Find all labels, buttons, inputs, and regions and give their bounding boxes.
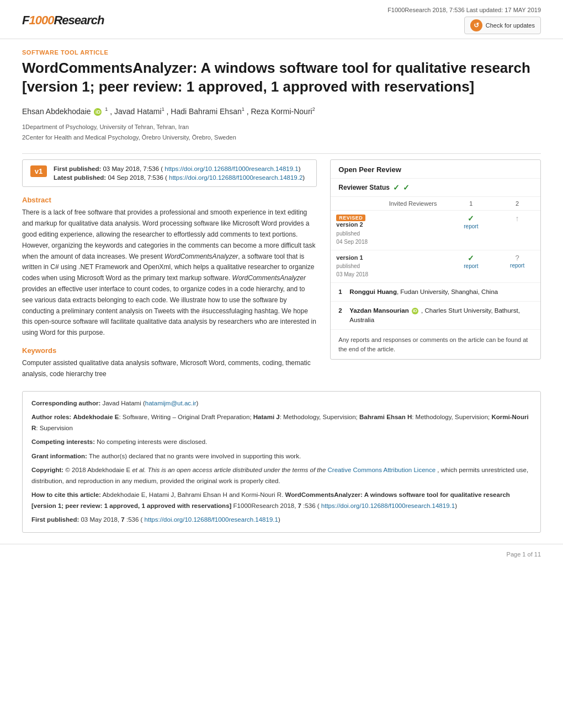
cite-label: How to cite this article: [31,491,101,498]
check-updates-button[interactable]: ↺ Check for updates [464,17,541,34]
two-column-layout: v1 First published: 03 May 2018, 7:536 (… [22,159,541,379]
article-type: SOFTWARE TOOL ARTICLE [22,49,541,56]
author4-sup: 2 [312,106,315,112]
copyright-para: Copyright: © 2018 Abdekhodaie E et al. T… [31,465,532,486]
v1-reviewer2-cell: ? report [494,250,540,282]
grant-text: The author(s) declared that no grants we… [89,453,301,459]
v2-reviewer2-cell: ↑ [494,211,540,250]
content-area: SOFTWARE TOOL ARTICLE WordCommentsAnalyz… [0,49,563,544]
first-published-label: First published: [54,165,101,172]
grant-label: Grant information: [31,453,87,459]
affil2: 2Center for Health and Medical Psycholog… [22,132,541,143]
reviewer-status-row: Reviewer Status ✓ ✓ [331,179,540,197]
journal-info: F1000Research 2018, 7:536 Last updated: … [387,7,541,34]
v1-r2-question: ? [515,254,519,262]
author1-sup: 1 [105,106,108,112]
header: F1000Research F1000Research 2018, 7:536 … [0,0,563,39]
orcid-icon-1: iD [94,108,102,116]
version1-date: published03 May 2018 [336,263,368,277]
pub-dates: First published: 03 May 2018, 7:536 ( ht… [54,165,309,181]
divider [22,153,541,154]
competing-label: Competing interests: [31,438,95,445]
reviewers-header-row: Invited Reviewers 1 2 [331,197,540,211]
first-pub-vol: 7 [121,516,124,523]
journal-citation: F1000Research 2018, 7:536 Last updated: … [387,7,541,13]
first-pub-pages: :536 ( [126,516,142,523]
author2-name: , Javad Hatami [110,107,161,116]
cite-text: Abdekhodaie E, Hatami J, Bahrami Ehsan H… [102,491,285,498]
page-number: Page 1 of 11 [0,544,563,564]
page-num-text: Page 1 of 11 [507,551,541,558]
corresponding-author-para: Corresponding author: Javad Hatami (hata… [31,398,532,409]
reviewer2-number: 2 [338,306,346,315]
keywords-text: Computer assisted qualitative data analy… [22,358,317,380]
keywords-title: Keywords [22,346,317,355]
affil1: 1Department of Psychology, University of… [22,122,541,132]
reviewer2-info: Yazdan Mansourian iD , Charles Sturt Uni… [349,306,533,325]
copyright-year: © 2018 Abdekhodaie E [65,467,130,473]
peer-review-box: Open Peer Review Reviewer Status ✓ ✓ Inv… [330,159,541,360]
v1-r2-report[interactable]: report [510,263,524,269]
reviewer1-affil: , Fudan University, Shanghai, China [397,288,498,295]
reviewer2-name: Yazdan Mansourian [349,307,408,314]
col-header-1: 1 [448,197,494,211]
authors-line: Ehsan Abdekhodaie iD 1 , Javad Hatami1 ,… [22,105,541,117]
v1-r1-tick: ✓ [468,254,474,263]
version2-label-cell: version 2 published04 Sep 2018 [336,221,442,246]
check-mark-2: ✓ [403,183,410,192]
author1-name: Ehsan Abdekhodaie [22,107,91,116]
author3-name: , Hadi Bahrami Ehsan [167,107,242,116]
reviewer1-name: Ronggui Huang [349,288,397,295]
latest-published-label: Latest published: [54,174,106,181]
v2-r1-tick: ✓ [468,214,474,223]
first-published-date: 03 May 2018, 7:536 ( [103,165,163,172]
v2-r1-report[interactable]: report [464,223,478,229]
author4-name: , Reza Kormi-Nouri [247,107,312,116]
reviewer1-row: 1 Ronggui Huang, Fudan University, Shang… [331,283,540,302]
abstract-text: There is a lack of free software that pr… [22,207,317,339]
logo-research: Research [54,13,104,27]
first-pub-doi-link[interactable]: https://doi.org/10.12688/f1000research.1… [145,516,278,523]
competing-interests-para: Competing interests: No competing intere… [31,437,532,448]
reviewer1-number: 1 [338,287,346,297]
version1-cell: version 1 published03 May 2018 [331,250,448,282]
copyright-text1: et al. This is an open access article di… [132,467,327,473]
competing-text: No competing interests were disclosed. [97,438,207,445]
page: F1000Research F1000Research 2018, 7:536 … [0,0,563,728]
author-roles-label: Author roles: [31,414,71,420]
corresponding-name: Javad Hatami [102,400,141,406]
right-column: Open Peer Review Reviewer Status ✓ ✓ Inv… [330,159,541,379]
check-updates-label: Check for updates [486,22,535,29]
software-name-2: WordCommentsAnalyzer [232,274,306,282]
v1-r1-report[interactable]: report [464,263,478,269]
first-published-doi[interactable]: https://doi.org/10.12688/f1000research.1… [164,165,298,172]
reviewers-table: Invited Reviewers 1 2 REVISED version [331,197,540,282]
version2-label: version 2 [336,221,363,228]
reviewer1-info: Ronggui Huang, Fudan University, Shangha… [349,287,533,297]
author-roles-text: Abdekhodaie E: Software, Writing – Origi… [31,414,529,431]
cc-license-link[interactable]: Creative Commons Attribution Licence [328,467,436,473]
affiliations: 1Department of Psychology, University of… [22,122,541,142]
orcid-icon-reviewer2: iD [412,308,418,314]
latest-published-doi[interactable]: https://doi.org/10.12688/f1000research.1… [169,174,302,181]
version1-label: version 1 [336,254,363,261]
cite-doi-link[interactable]: https://doi.org/10.12688/f1000research.1… [321,502,455,509]
author2-sup: 1 [162,106,164,112]
col-header-2: 2 [494,197,540,211]
version-badge: v1 [30,165,47,177]
copyright-label: Copyright: [31,467,63,473]
first-published-para: First published: 03 May 2018, 7 :536 ( h… [31,515,532,526]
corresponding-email[interactable]: hatamijm@ut.ac.ir [145,400,196,406]
col-header-blank: Invited Reviewers [331,197,448,211]
version2-cell: REVISED version 2 published04 Sep 2018 [331,211,448,250]
grant-para: Grant information: The author(s) declare… [31,451,532,462]
cite-vol: 7 [298,502,301,509]
logo-f: F [22,13,29,27]
reviewer2-row: 2 Yazdan Mansourian iD , Charles Sturt U… [331,302,540,330]
cite-para: How to cite this article: Abdekhodaie E,… [31,490,532,511]
version2-row: REVISED version 2 published04 Sep 2018 ✓… [331,211,540,250]
version2-date: published04 Sep 2018 [336,231,368,245]
corresponding-label: Corresponding author: [31,400,100,406]
check-mark-1: ✓ [393,183,400,192]
author3-sup: 1 [242,106,245,112]
